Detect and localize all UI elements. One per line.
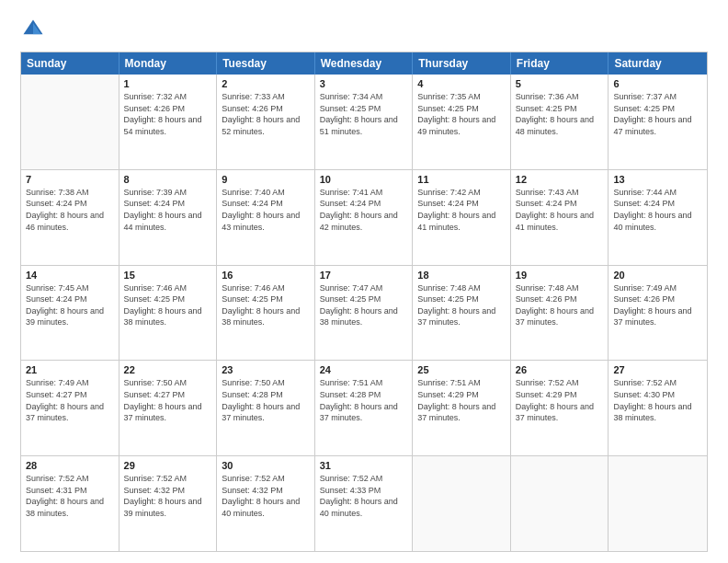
day-cell-15: 15Sunrise: 7:46 AMSunset: 4:25 PMDayligh… — [119, 266, 218, 361]
day-info: Sunrise: 7:51 AMSunset: 4:28 PMDaylight:… — [320, 377, 408, 423]
day-number: 18 — [417, 270, 506, 281]
day-cell-13: 13Sunrise: 7:44 AMSunset: 4:24 PMDayligh… — [609, 170, 707, 265]
day-number: 26 — [516, 364, 604, 375]
day-info: Sunrise: 7:52 AMSunset: 4:31 PMDaylight:… — [26, 473, 114, 519]
day-info: Sunrise: 7:36 AMSunset: 4:25 PMDaylight:… — [516, 91, 604, 137]
header-day-friday: Friday — [511, 52, 609, 75]
day-cell-18: 18Sunrise: 7:48 AMSunset: 4:25 PMDayligh… — [413, 266, 511, 361]
day-number: 4 — [417, 78, 506, 89]
day-info: Sunrise: 7:39 AMSunset: 4:24 PMDaylight:… — [124, 187, 212, 233]
day-cell-2: 2Sunrise: 7:33 AMSunset: 4:26 PMDaylight… — [217, 75, 315, 169]
calendar: SundayMondayTuesdayWednesdayThursdayFrid… — [20, 52, 708, 552]
header-day-sunday: Sunday — [21, 52, 119, 75]
day-cell-7: 7Sunrise: 7:38 AMSunset: 4:24 PMDaylight… — [21, 170, 119, 265]
day-number: 19 — [516, 270, 604, 281]
empty-cell — [511, 456, 609, 551]
day-cell-14: 14Sunrise: 7:45 AMSunset: 4:24 PMDayligh… — [21, 266, 119, 361]
day-number: 12 — [516, 174, 604, 185]
day-cell-1: 1Sunrise: 7:32 AMSunset: 4:26 PMDaylight… — [119, 75, 218, 169]
day-info: Sunrise: 7:52 AMSunset: 4:33 PMDaylight:… — [320, 473, 408, 519]
day-number: 8 — [124, 174, 212, 185]
calendar-row-0: 1Sunrise: 7:32 AMSunset: 4:26 PMDaylight… — [21, 75, 707, 169]
day-cell-23: 23Sunrise: 7:50 AMSunset: 4:28 PMDayligh… — [217, 361, 315, 455]
day-cell-30: 30Sunrise: 7:52 AMSunset: 4:32 PMDayligh… — [217, 456, 315, 551]
day-number: 27 — [613, 364, 702, 375]
calendar-header: SundayMondayTuesdayWednesdayThursdayFrid… — [21, 52, 707, 75]
day-info: Sunrise: 7:37 AMSunset: 4:25 PMDaylight:… — [613, 91, 702, 137]
day-cell-11: 11Sunrise: 7:42 AMSunset: 4:24 PMDayligh… — [413, 170, 511, 265]
day-info: Sunrise: 7:42 AMSunset: 4:24 PMDaylight:… — [417, 187, 506, 233]
day-number: 28 — [26, 460, 114, 471]
day-cell-8: 8Sunrise: 7:39 AMSunset: 4:24 PMDaylight… — [119, 170, 218, 265]
day-info: Sunrise: 7:43 AMSunset: 4:24 PMDaylight:… — [516, 187, 604, 233]
day-info: Sunrise: 7:52 AMSunset: 4:29 PMDaylight:… — [516, 377, 604, 423]
day-info: Sunrise: 7:32 AMSunset: 4:26 PMDaylight:… — [124, 91, 212, 137]
day-info: Sunrise: 7:44 AMSunset: 4:24 PMDaylight:… — [613, 187, 702, 233]
day-cell-22: 22Sunrise: 7:50 AMSunset: 4:27 PMDayligh… — [119, 361, 218, 455]
day-number: 1 — [124, 78, 212, 89]
day-cell-29: 29Sunrise: 7:52 AMSunset: 4:32 PMDayligh… — [119, 456, 218, 551]
header-day-thursday: Thursday — [413, 52, 511, 75]
calendar-row-1: 7Sunrise: 7:38 AMSunset: 4:24 PMDaylight… — [21, 169, 707, 265]
header — [20, 17, 708, 42]
day-number: 14 — [26, 270, 114, 281]
day-cell-20: 20Sunrise: 7:49 AMSunset: 4:26 PMDayligh… — [609, 266, 707, 361]
day-cell-24: 24Sunrise: 7:51 AMSunset: 4:28 PMDayligh… — [315, 361, 414, 455]
day-number: 15 — [124, 270, 212, 281]
day-cell-9: 9Sunrise: 7:40 AMSunset: 4:24 PMDaylight… — [217, 170, 315, 265]
day-info: Sunrise: 7:40 AMSunset: 4:24 PMDaylight:… — [222, 187, 310, 233]
day-info: Sunrise: 7:33 AMSunset: 4:26 PMDaylight:… — [222, 91, 310, 137]
logo-icon — [20, 17, 46, 42]
empty-cell — [609, 456, 707, 551]
calendar-row-4: 28Sunrise: 7:52 AMSunset: 4:31 PMDayligh… — [21, 455, 707, 551]
day-number: 10 — [320, 174, 408, 185]
calendar-body: 1Sunrise: 7:32 AMSunset: 4:26 PMDaylight… — [21, 75, 707, 551]
day-cell-10: 10Sunrise: 7:41 AMSunset: 4:24 PMDayligh… — [315, 170, 414, 265]
day-number: 6 — [613, 78, 702, 89]
header-day-monday: Monday — [119, 52, 218, 75]
header-day-saturday: Saturday — [609, 52, 707, 75]
day-cell-21: 21Sunrise: 7:49 AMSunset: 4:27 PMDayligh… — [21, 361, 119, 455]
day-info: Sunrise: 7:49 AMSunset: 4:27 PMDaylight:… — [26, 377, 114, 423]
day-number: 17 — [320, 270, 408, 281]
day-info: Sunrise: 7:34 AMSunset: 4:25 PMDaylight:… — [320, 91, 408, 137]
day-cell-28: 28Sunrise: 7:52 AMSunset: 4:31 PMDayligh… — [21, 456, 119, 551]
day-cell-4: 4Sunrise: 7:35 AMSunset: 4:25 PMDaylight… — [413, 75, 511, 169]
day-info: Sunrise: 7:52 AMSunset: 4:32 PMDaylight:… — [222, 473, 310, 519]
header-day-wednesday: Wednesday — [315, 52, 414, 75]
day-info: Sunrise: 7:45 AMSunset: 4:24 PMDaylight:… — [26, 282, 114, 328]
day-info: Sunrise: 7:48 AMSunset: 4:26 PMDaylight:… — [516, 282, 604, 328]
day-number: 13 — [613, 174, 702, 185]
day-cell-12: 12Sunrise: 7:43 AMSunset: 4:24 PMDayligh… — [511, 170, 609, 265]
day-number: 24 — [320, 364, 408, 375]
day-cell-17: 17Sunrise: 7:47 AMSunset: 4:25 PMDayligh… — [315, 266, 414, 361]
day-number: 20 — [613, 270, 702, 281]
day-cell-3: 3Sunrise: 7:34 AMSunset: 4:25 PMDaylight… — [315, 75, 414, 169]
day-info: Sunrise: 7:52 AMSunset: 4:30 PMDaylight:… — [613, 377, 702, 423]
day-number: 29 — [124, 460, 212, 471]
day-number: 7 — [26, 174, 114, 185]
day-cell-26: 26Sunrise: 7:52 AMSunset: 4:29 PMDayligh… — [511, 361, 609, 455]
day-number: 2 — [222, 78, 310, 89]
day-info: Sunrise: 7:41 AMSunset: 4:24 PMDaylight:… — [320, 187, 408, 233]
day-number: 3 — [320, 78, 408, 89]
header-day-tuesday: Tuesday — [217, 52, 315, 75]
day-cell-5: 5Sunrise: 7:36 AMSunset: 4:25 PMDaylight… — [511, 75, 609, 169]
day-info: Sunrise: 7:38 AMSunset: 4:24 PMDaylight:… — [26, 187, 114, 233]
day-info: Sunrise: 7:35 AMSunset: 4:25 PMDaylight:… — [417, 91, 506, 137]
day-number: 11 — [417, 174, 506, 185]
day-info: Sunrise: 7:51 AMSunset: 4:29 PMDaylight:… — [417, 377, 506, 423]
page: SundayMondayTuesdayWednesdayThursdayFrid… — [0, 0, 728, 563]
day-number: 31 — [320, 460, 408, 471]
day-number: 16 — [222, 270, 310, 281]
day-number: 21 — [26, 364, 114, 375]
day-number: 22 — [124, 364, 212, 375]
day-info: Sunrise: 7:52 AMSunset: 4:32 PMDaylight:… — [124, 473, 212, 519]
logo — [20, 17, 50, 42]
day-info: Sunrise: 7:47 AMSunset: 4:25 PMDaylight:… — [320, 282, 408, 328]
day-info: Sunrise: 7:50 AMSunset: 4:28 PMDaylight:… — [222, 377, 310, 423]
day-number: 25 — [417, 364, 506, 375]
day-number: 9 — [222, 174, 310, 185]
day-cell-27: 27Sunrise: 7:52 AMSunset: 4:30 PMDayligh… — [609, 361, 707, 455]
day-info: Sunrise: 7:50 AMSunset: 4:27 PMDaylight:… — [124, 377, 212, 423]
